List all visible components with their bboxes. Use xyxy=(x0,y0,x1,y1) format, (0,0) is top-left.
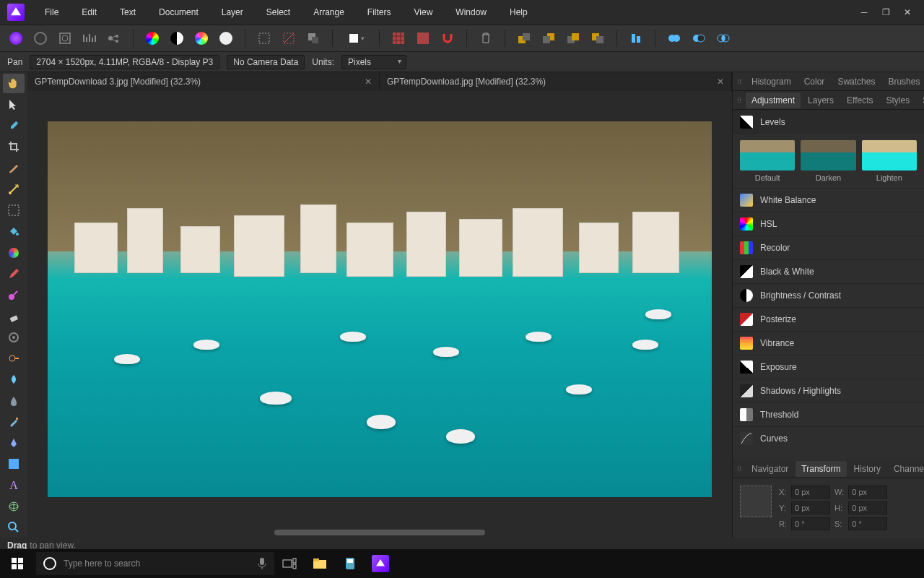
tab-layers[interactable]: Layers xyxy=(802,92,840,108)
tool-pixel-brush[interactable] xyxy=(3,285,25,305)
menu-document[interactable]: Document xyxy=(149,3,209,22)
tab-histogram[interactable]: Histogram xyxy=(746,74,797,90)
adjustment-recolor[interactable]: Recolor xyxy=(733,236,924,259)
preset-darken[interactable]: Darken xyxy=(801,140,855,182)
tab-effects[interactable]: Effects xyxy=(841,92,879,108)
tool-erase[interactable] xyxy=(3,306,25,326)
tool-crop[interactable] xyxy=(3,137,25,157)
mic-icon[interactable] xyxy=(257,557,267,570)
persona-photo-icon[interactable] xyxy=(6,28,26,48)
adjustment-shadows-highlights[interactable]: Shadows / Highlights xyxy=(733,379,924,402)
adjustment-brightness-contrast[interactable]: Brightness / Contrast xyxy=(733,283,924,307)
tool-clone[interactable] xyxy=(3,327,25,347)
snapping-magnet-icon[interactable] xyxy=(437,28,458,48)
tool-dodge[interactable] xyxy=(3,348,25,368)
selection-new-icon[interactable] xyxy=(254,28,274,48)
transform-y-input[interactable] xyxy=(791,501,830,514)
align-icon[interactable] xyxy=(626,28,646,48)
color-wheel-icon[interactable] xyxy=(191,28,212,48)
transform-anchor-icon[interactable] xyxy=(740,486,772,517)
tool-heal[interactable] xyxy=(3,179,25,199)
tool-marquee[interactable] xyxy=(3,201,25,220)
pixel-grid-icon[interactable] xyxy=(413,28,433,48)
color-picker-bw[interactable] xyxy=(167,28,187,48)
panel-grip-icon[interactable]: ⁞⁞ xyxy=(737,77,741,85)
tab-swatches[interactable]: Swatches xyxy=(832,74,881,90)
tool-mesh[interactable] xyxy=(3,496,25,516)
window-maximize-button[interactable]: ❐ xyxy=(876,3,895,22)
adjustment-exposure[interactable]: Exposure xyxy=(733,355,924,379)
tool-color-picker[interactable] xyxy=(3,116,25,136)
tool-paint-brush[interactable] xyxy=(3,158,25,178)
persona-export-icon[interactable] xyxy=(104,28,124,48)
boolean-add-icon[interactable] xyxy=(664,28,684,48)
canvas-viewport[interactable] xyxy=(27,91,732,527)
tab-navigator[interactable]: Navigator xyxy=(746,461,794,477)
quick-mask-icon[interactable]: ▾ xyxy=(341,28,370,48)
menu-layer[interactable]: Layer xyxy=(212,3,253,22)
tab-history[interactable]: History xyxy=(848,461,886,477)
tab-color[interactable]: Color xyxy=(798,74,831,90)
adjustment-black-white[interactable]: Black & White xyxy=(733,259,924,283)
grid-toggle-icon[interactable] xyxy=(388,28,409,48)
transform-x-input[interactable] xyxy=(791,486,830,499)
context-units-select[interactable]: Pixels xyxy=(341,55,406,69)
tool-retouch[interactable] xyxy=(3,412,25,431)
tool-text[interactable]: A xyxy=(3,475,25,495)
arrange-back-icon[interactable] xyxy=(539,28,559,48)
menu-arrange[interactable]: Arrange xyxy=(303,3,354,22)
tool-pen[interactable] xyxy=(3,434,25,453)
tab-brushes[interactable]: Brushes xyxy=(882,74,924,90)
adjustment-posterize[interactable]: Posterize xyxy=(733,307,924,331)
transform-r-input[interactable] xyxy=(791,517,830,530)
menu-file[interactable]: File xyxy=(35,3,69,22)
arrange-forward-icon[interactable] xyxy=(563,28,583,48)
transform-w-input[interactable] xyxy=(848,486,887,499)
boolean-intersect-icon[interactable] xyxy=(713,28,733,48)
taskview-icon[interactable] xyxy=(274,549,305,578)
boolean-subtract-icon[interactable] xyxy=(689,28,709,48)
tool-gradient[interactable] xyxy=(3,243,25,262)
color-picker-foreground[interactable] xyxy=(142,28,162,48)
trash-icon[interactable] xyxy=(476,28,496,48)
persona-liquify-icon[interactable] xyxy=(30,28,51,48)
tool-pencil[interactable] xyxy=(3,264,25,283)
color-white-icon[interactable] xyxy=(216,28,236,48)
horizontal-scrollbar[interactable] xyxy=(27,527,732,538)
selection-subtract-icon[interactable] xyxy=(303,28,323,48)
panel-grip-icon[interactable]: ⁞⁞ xyxy=(737,96,741,104)
tool-smudge[interactable] xyxy=(3,370,25,389)
panel-grip-icon[interactable]: ⁞⁞ xyxy=(737,465,741,473)
document-tab[interactable]: GPTempDownload 3.jpg [Modified] (32.3%) … xyxy=(27,72,380,91)
menu-text[interactable]: Text xyxy=(110,3,146,22)
persona-tonemap-icon[interactable] xyxy=(79,28,100,48)
document-tab[interactable]: GPTempDownload.jpg [Modified] (32.3%) ✕ xyxy=(380,72,732,91)
tab-styles[interactable]: Styles xyxy=(881,92,916,108)
menu-select[interactable]: Select xyxy=(256,3,300,22)
tab-transform[interactable]: Transform xyxy=(796,461,846,477)
selection-add-icon[interactable] xyxy=(279,28,299,48)
tool-zoom[interactable] xyxy=(3,518,25,538)
adjustment-curves[interactable]: Curves xyxy=(733,426,924,450)
taskbar-affinity-icon[interactable] xyxy=(365,549,396,578)
menu-filters[interactable]: Filters xyxy=(357,3,401,22)
window-minimize-button[interactable]: ─ xyxy=(855,3,873,22)
adjustment-white-balance[interactable]: White Balance xyxy=(733,188,924,212)
window-close-button[interactable]: ✕ xyxy=(898,3,917,22)
preset-default[interactable]: Default xyxy=(740,140,795,182)
close-tab-icon[interactable]: ✕ xyxy=(365,77,372,87)
transform-s-input[interactable] xyxy=(848,517,887,530)
tool-flood-fill[interactable] xyxy=(3,222,25,241)
tool-blur[interactable] xyxy=(3,391,25,410)
tab-stock[interactable]: Stock xyxy=(917,92,924,108)
close-tab-icon[interactable]: ✕ xyxy=(717,77,724,87)
tab-adjustment[interactable]: Adjustment xyxy=(746,92,801,108)
adjustment-hsl[interactable]: HSL xyxy=(733,212,924,236)
menu-window[interactable]: Window xyxy=(445,3,497,22)
adjustment-threshold[interactable]: Threshold xyxy=(733,402,924,426)
arrange-front-icon[interactable] xyxy=(514,28,534,48)
adjustment-levels-header[interactable]: Levels xyxy=(733,110,924,134)
tab-channels[interactable]: Channels xyxy=(888,461,924,477)
taskbar-app1-icon[interactable] xyxy=(335,549,365,578)
taskbar-search[interactable]: Type here to search xyxy=(36,552,274,575)
